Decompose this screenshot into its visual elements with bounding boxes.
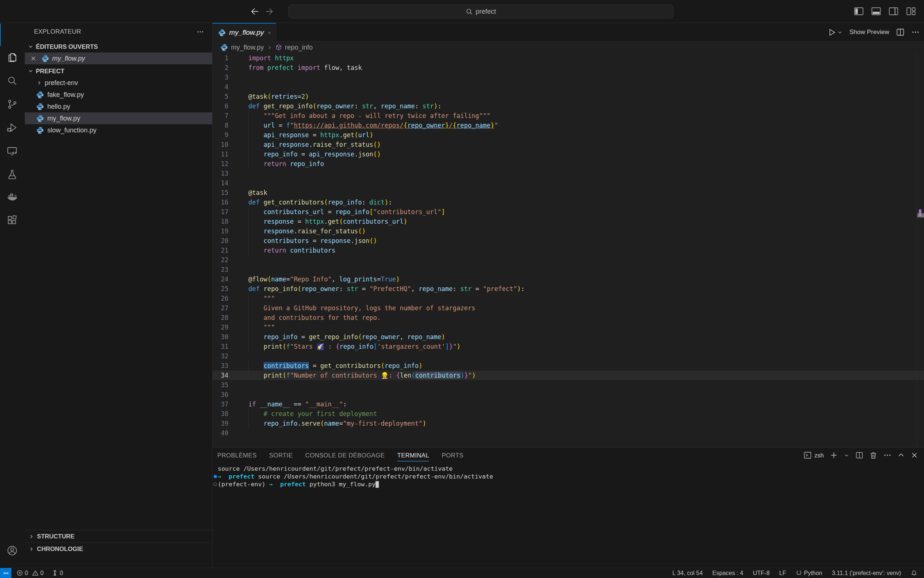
structure-section[interactable]: STRUCTURE [25,530,212,542]
problems-status[interactable]: 0 0 [17,570,44,576]
panel-tab-sortie[interactable]: SORTIE [269,448,293,463]
command-decoration-icon[interactable] [214,482,217,486]
status-eol[interactable]: LF [779,570,786,576]
tree-file-fake-flow-py[interactable]: fake_flow.py [25,89,212,101]
new-terminal-icon[interactable] [830,451,838,459]
explorer-icon[interactable] [6,51,18,63]
close-panel-icon[interactable] [911,451,918,459]
bell-icon [911,570,918,576]
open-editors-label: ÉDITEURS OUVERTS [36,43,98,50]
panel-tabs: PROBLÈMESSORTIECONSOLE DE DÉBOGAGETERMIN… [217,448,463,463]
code-line-4: 4 [212,82,924,92]
braces-icon [796,570,802,576]
navigate-back-icon[interactable] [249,6,259,17]
panel-tab-console-de-d-bogage[interactable]: CONSOLE DE DÉBOGAGE [305,448,385,463]
docker-icon[interactable] [6,191,18,203]
run-python-file-icon[interactable] [827,28,837,37]
code-line-24: 24@flow(name="Repo Info", log_prints=Tru… [212,274,924,284]
search-icon [466,8,473,15]
code-line-29: 29 """ [212,323,924,332]
panel-more-actions-icon[interactable] [884,451,892,459]
file-tree: prefect-envfake_flow.pyhello.pymy_flow.p… [25,77,212,136]
source-control-icon[interactable] [6,98,18,110]
ports-status[interactable]: 0 [52,570,63,576]
code-line-5: 5@task(retries=2) [212,92,924,101]
editor-more-actions-icon[interactable] [911,28,919,36]
remote-explorer-icon[interactable] [6,145,18,157]
split-terminal-icon[interactable] [855,451,863,459]
panel-tab-ports[interactable]: PORTS [442,448,463,463]
code-line-20: 20 contributors = response.json() [212,236,924,245]
scrollbar-thumb[interactable] [918,213,924,218]
command-center-search[interactable]: prefect [288,5,673,18]
chevron-right-icon [36,80,42,86]
navigate-forward-icon[interactable] [265,6,275,17]
open-editors-section[interactable]: ÉDITEURS OUVERTS [25,41,212,52]
show-preview-button[interactable]: Show Preview [850,28,889,36]
code-line-19: 19 response.raise_for_status() [212,226,924,236]
code-line-28: 28 and contributors for that repo. [212,313,924,323]
project-label: PREFECT [36,68,64,75]
status-encoding-label: UTF-8 [753,570,770,576]
extensions-icon[interactable] [6,214,18,226]
status-language-selector-label: Python [804,570,822,576]
open-editor-item[interactable]: my_flow.py [25,52,212,64]
tree-file-my-flow-py[interactable]: my_flow.py [25,112,212,124]
testing-icon[interactable] [6,169,18,180]
kill-terminal-trash-icon[interactable] [869,451,877,459]
project-section[interactable]: PREFECT [25,65,212,77]
breadcrumb: my_flow.py repo_info [212,41,924,53]
structure-label: STRUCTURE [37,533,74,540]
breadcrumb-symbol[interactable]: repo_info [285,44,313,51]
ports-count: 0 [60,570,63,576]
tree-file-slow-function-py[interactable]: slow_function.py [25,124,212,136]
terminal-profile[interactable]: zsh [804,451,824,459]
open-editor-name: my_flow.py [52,55,85,62]
maximize-panel-icon[interactable] [897,451,905,459]
code-editor[interactable]: 1import httpx2from prefect import flow, … [212,53,924,448]
tab-close-icon[interactable] [267,29,271,36]
code-line-1: 1import httpx [212,53,924,63]
close-editor-icon[interactable] [30,55,37,62]
command-decoration-icon[interactable] [214,475,217,478]
status-cursor-position[interactable]: L 34, col 54 [672,570,702,576]
status-indentation[interactable]: Espaces : 4 [712,570,743,576]
breadcrumb-file[interactable]: my_flow.py [231,44,264,51]
tab-my-flow[interactable]: my_flow.py [212,23,276,41]
status-python-interpreter[interactable]: 3.11.1 ('prefect-env': venv) [832,570,901,576]
status-language-selector[interactable]: Python [796,570,822,576]
terminal-output[interactable]: source /Users/henricourdent/git/prefect/… [212,465,924,568]
status-encoding[interactable]: UTF-8 [753,570,770,576]
code-line-33: 33 contributors = get_contributors(repo_… [212,361,924,370]
remote-indicator[interactable]: >< [0,568,11,578]
active-view-indicator [0,24,1,46]
search-view-icon[interactable] [6,75,18,87]
run-and-debug-icon[interactable] [6,122,18,133]
code-line-7: 7 """Get info about a repo - will retry … [212,111,924,120]
python-file-icon [220,44,228,51]
timeline-section[interactable]: CHRONOLOGIE [25,542,212,555]
sidebar-title: EXPLORATEUR [34,28,81,36]
tree-folder-prefect-env[interactable]: prefect-env [25,77,212,89]
explorer-more-actions-icon[interactable] [197,28,204,36]
toggle-secondary-sidebar-icon[interactable] [888,6,898,16]
status-notifications[interactable] [911,570,918,576]
activity-bar: 1 [0,23,25,568]
terminal-dropdown-chevron-icon[interactable] [844,453,850,458]
code-line-21: 21 return contributors [212,245,924,255]
tree-file-hello-py[interactable]: hello.py [25,101,212,112]
panel-tab-probl-mes[interactable]: PROBLÈMES [217,448,257,463]
error-count: 0 [25,570,28,576]
terminal-profile-label: zsh [814,452,824,459]
account-icon[interactable] [6,545,18,557]
toggle-panel-icon[interactable] [871,6,881,16]
panel-tab-terminal[interactable]: TERMINAL [397,448,429,463]
code-line-34: 34 print(f"Number of contributors 👷: {le… [212,370,924,380]
code-line-2: 2from prefect import flow, task [212,63,924,73]
customize-layout-icon[interactable] [906,6,916,16]
toggle-primary-sidebar-icon[interactable] [854,6,864,16]
code-line-14: 14 [212,178,924,188]
code-line-17: 17 contributors_url = repo_info["contrib… [212,207,924,217]
run-dropdown-chevron-icon[interactable] [837,29,843,35]
split-editor-icon[interactable] [896,28,905,37]
